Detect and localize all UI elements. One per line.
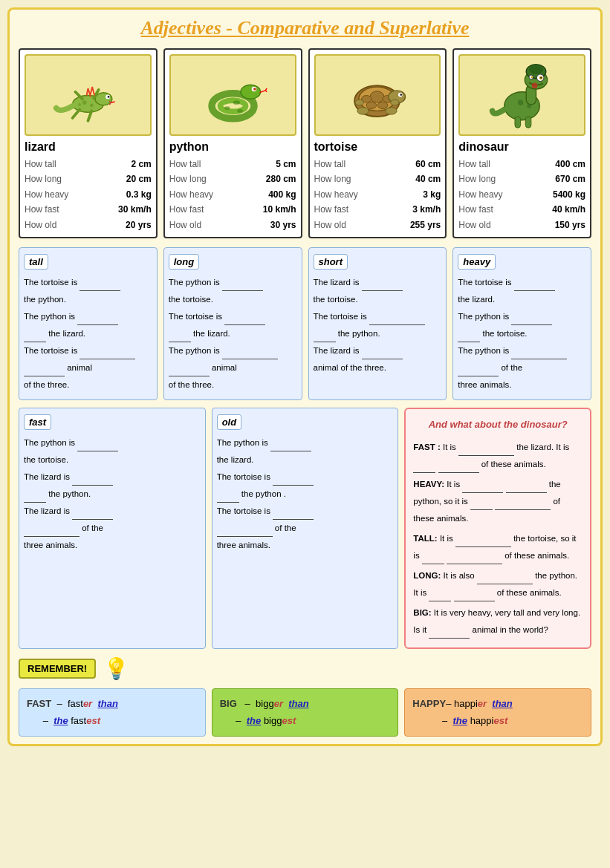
fill-fast-3[interactable] — [24, 492, 46, 503]
fill-dino-fast-3[interactable] — [438, 463, 479, 473]
svg-rect-48 — [515, 117, 521, 128]
fill-short-4[interactable] — [362, 349, 403, 359]
exercises-row1: tall The tortoise is the python. The pyt… — [19, 247, 591, 400]
svg-point-11 — [78, 102, 81, 105]
fill-old-3[interactable] — [217, 492, 239, 503]
fill-dino-heavy-2[interactable] — [506, 483, 547, 493]
fill-tall-3[interactable] — [24, 332, 46, 342]
bottom-section: fast The python is the tortoise. The liz… — [19, 408, 591, 649]
example-big-comparative: BIG – bigger than — [220, 695, 391, 712]
dinosaur-image — [458, 54, 585, 136]
lizard-image — [25, 54, 152, 136]
example-fast: FAST – faster than – the fastest — [19, 688, 206, 737]
remember-row: REMEMBER! 💡 — [19, 656, 591, 681]
fill-long-4[interactable] — [222, 349, 278, 359]
animal-card-tortoise: tortoise How tall60 cm How long40 cm How… — [308, 48, 447, 238]
fill-fast-5[interactable] — [24, 526, 80, 537]
exercise-title-old: old — [217, 414, 242, 430]
fill-short-3[interactable] — [314, 332, 336, 342]
animal-card-lizard: lizard How tall2 cm How long20 cm How he… — [19, 48, 158, 238]
fill-long-3[interactable] — [169, 332, 191, 342]
fill-heavy-2[interactable] — [511, 315, 552, 325]
fill-fast-1[interactable] — [77, 441, 118, 451]
svg-point-34 — [386, 107, 397, 114]
tortoise-image — [314, 54, 441, 136]
fill-old-1[interactable] — [270, 441, 311, 451]
svg-point-50 — [518, 99, 524, 105]
svg-point-20 — [233, 100, 240, 105]
fill-heavy-4[interactable] — [511, 349, 567, 359]
exercise-title-fast: fast — [24, 414, 51, 430]
example-happy-comparative: HAPPY– happier than — [412, 695, 583, 712]
fill-old-4[interactable] — [273, 509, 314, 520]
dinosaur-name: dinosaur — [458, 140, 585, 154]
exercise-heavy: heavy The tortoise is the lizard. The py… — [452, 247, 591, 400]
animal-card-python: python How tall5 cm How long280 cm How h… — [163, 48, 302, 238]
svg-point-44 — [540, 76, 542, 78]
fill-dino-fast-1[interactable] — [458, 446, 514, 456]
fill-heavy-1[interactable] — [514, 281, 555, 291]
fill-dino-long-2[interactable] — [429, 591, 451, 601]
exercise-fast: fast The python is the tortoise. The liz… — [19, 408, 206, 649]
fill-dino-heavy-3[interactable] — [470, 500, 493, 510]
svg-point-36 — [391, 99, 399, 105]
exercise-tall: tall The tortoise is the python. The pyt… — [19, 247, 158, 400]
fill-short-2[interactable] — [369, 315, 425, 325]
svg-line-18 — [265, 88, 267, 91]
fill-tall-5[interactable] — [24, 366, 65, 376]
fill-fast-2[interactable] — [72, 475, 113, 486]
svg-point-22 — [237, 109, 243, 113]
svg-point-25 — [370, 91, 384, 102]
fill-dino-heavy-4[interactable] — [495, 500, 551, 510]
fill-fast-4[interactable] — [72, 509, 113, 520]
fill-dino-long-1[interactable] — [477, 574, 533, 584]
example-happy-superlative: – the happiest — [412, 712, 583, 729]
example-fast-comparative: FAST – faster than — [27, 695, 198, 712]
tortoise-name: tortoise — [314, 140, 441, 154]
fill-long-1[interactable] — [222, 281, 263, 291]
svg-line-5 — [72, 109, 80, 117]
page: Adjectives - Comparative and Superlative — [7, 7, 603, 746]
svg-rect-49 — [525, 117, 531, 128]
fill-long-5[interactable] — [169, 366, 210, 376]
fill-dino-big-1[interactable] — [429, 628, 470, 639]
fill-long-2[interactable] — [224, 315, 265, 325]
fill-heavy-5[interactable] — [458, 366, 499, 376]
svg-point-51 — [527, 103, 531, 108]
fill-dino-long-3[interactable] — [454, 591, 495, 601]
python-name: python — [169, 140, 296, 154]
dino-heavy-section: HEAVY: It is the python, so it is of the… — [413, 476, 583, 527]
tortoise-stats: How tall60 cm How long40 cm How heavy3 k… — [314, 157, 441, 232]
python-stats: How tall5 cm How long280 cm How heavy400… — [169, 157, 296, 232]
fill-old-5[interactable] — [217, 526, 273, 537]
exercise-title-long: long — [169, 254, 199, 270]
fill-dino-heavy-1[interactable] — [462, 483, 503, 493]
python-image — [169, 54, 296, 136]
fill-short-1[interactable] — [362, 281, 403, 291]
dino-title: And what about the dinosaur? — [413, 415, 583, 434]
svg-point-41 — [529, 64, 543, 74]
fill-tall-1[interactable] — [80, 281, 120, 291]
fill-tall-4[interactable] — [80, 349, 135, 359]
remember-button[interactable]: REMEMBER! — [19, 659, 96, 679]
example-big-superlative: – the biggest — [220, 712, 391, 729]
fill-dino-fast-2[interactable] — [413, 463, 435, 473]
svg-point-28 — [367, 102, 377, 109]
example-fast-superlative: – the fastest — [27, 712, 198, 729]
exercise-title-heavy: heavy — [458, 254, 496, 270]
svg-point-21 — [224, 106, 230, 110]
exercise-title-tall: tall — [24, 254, 48, 270]
lizard-name: lizard — [25, 140, 152, 154]
fill-heavy-3[interactable] — [458, 332, 480, 342]
fill-dino-tall-1[interactable] — [455, 537, 511, 547]
fill-tall-2[interactable] — [77, 315, 118, 325]
example-happy: HAPPY– happier than – the happiest — [404, 688, 591, 737]
fill-old-2[interactable] — [273, 475, 314, 486]
fill-dino-tall-3[interactable] — [447, 554, 502, 564]
dinosaur-exercise-box: And what about the dinosaur? FAST : It i… — [404, 408, 591, 649]
dino-fast-section: FAST : It is the lizard. It is of these … — [413, 439, 583, 473]
fill-dino-tall-2[interactable] — [422, 554, 444, 564]
svg-line-19 — [265, 90, 267, 91]
animal-card-dinosaur: dinosaur How tall400 cm How long670 cm H… — [452, 48, 591, 238]
svg-point-9 — [82, 100, 87, 105]
